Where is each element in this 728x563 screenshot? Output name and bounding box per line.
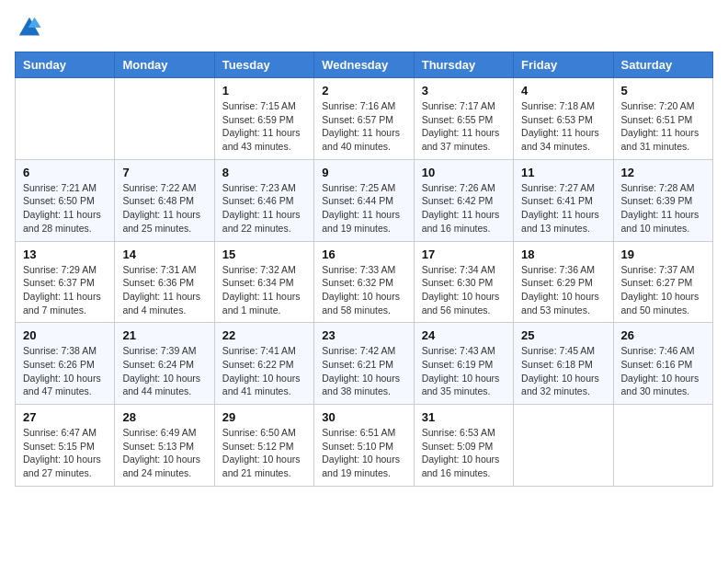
calendar-body: 1Sunrise: 7:15 AM Sunset: 6:59 PM Daylig… [16, 78, 713, 487]
day-info: Sunrise: 7:15 AM Sunset: 6:59 PM Dayligh… [222, 99, 306, 154]
page-header [15, 15, 713, 44]
calendar-cell: 15Sunrise: 7:32 AM Sunset: 6:34 PM Dayli… [214, 241, 313, 323]
calendar-cell: 3Sunrise: 7:17 AM Sunset: 6:55 PM Daylig… [414, 78, 513, 160]
calendar-week-4: 20Sunrise: 7:38 AM Sunset: 6:26 PM Dayli… [16, 323, 713, 405]
calendar-cell: 9Sunrise: 7:25 AM Sunset: 6:44 PM Daylig… [314, 159, 414, 241]
calendar-cell: 1Sunrise: 7:15 AM Sunset: 6:59 PM Daylig… [214, 78, 313, 160]
day-number: 10 [422, 166, 506, 179]
day-number: 28 [122, 410, 206, 424]
day-number: 19 [621, 247, 705, 261]
day-info: Sunrise: 7:18 AM Sunset: 6:53 PM Dayligh… [521, 99, 605, 154]
day-number: 24 [422, 328, 506, 342]
day-number: 13 [23, 247, 107, 261]
day-number: 9 [322, 166, 405, 179]
calendar-cell: 24Sunrise: 7:43 AM Sunset: 6:19 PM Dayli… [414, 323, 513, 405]
column-header-wednesday: Wednesday [314, 52, 414, 78]
day-info: Sunrise: 7:22 AM Sunset: 6:48 PM Dayligh… [122, 181, 206, 236]
calendar-cell: 25Sunrise: 7:45 AM Sunset: 6:18 PM Dayli… [514, 323, 613, 405]
calendar-week-5: 27Sunrise: 6:47 AM Sunset: 5:15 PM Dayli… [16, 405, 713, 487]
calendar-header-row: SundayMondayTuesdayWednesdayThursdayFrid… [16, 52, 713, 78]
day-number: 25 [521, 328, 605, 342]
calendar-cell: 16Sunrise: 7:33 AM Sunset: 6:32 PM Dayli… [314, 241, 414, 323]
day-number: 5 [621, 84, 705, 98]
calendar-cell: 23Sunrise: 7:42 AM Sunset: 6:21 PM Dayli… [314, 323, 414, 405]
calendar-cell: 30Sunrise: 6:51 AM Sunset: 5:10 PM Dayli… [314, 405, 414, 487]
day-number: 17 [422, 247, 506, 261]
day-number: 3 [422, 84, 506, 98]
column-header-monday: Monday [115, 52, 214, 78]
day-info: Sunrise: 7:43 AM Sunset: 6:19 PM Dayligh… [422, 344, 506, 398]
day-number: 8 [222, 166, 306, 179]
day-info: Sunrise: 7:25 AM Sunset: 6:44 PM Dayligh… [322, 181, 405, 236]
day-number: 12 [621, 166, 705, 179]
day-info: Sunrise: 7:38 AM Sunset: 6:26 PM Dayligh… [23, 344, 107, 398]
calendar-cell: 21Sunrise: 7:39 AM Sunset: 6:24 PM Dayli… [115, 323, 214, 405]
calendar-cell: 5Sunrise: 7:20 AM Sunset: 6:51 PM Daylig… [613, 78, 712, 160]
calendar-cell: 10Sunrise: 7:26 AM Sunset: 6:42 PM Dayli… [414, 159, 513, 241]
day-number: 22 [222, 328, 306, 342]
day-number: 21 [122, 328, 206, 342]
day-number: 27 [23, 410, 107, 424]
calendar-cell: 14Sunrise: 7:31 AM Sunset: 6:36 PM Dayli… [115, 241, 214, 323]
day-info: Sunrise: 7:37 AM Sunset: 6:27 PM Dayligh… [621, 263, 705, 317]
day-number: 30 [322, 410, 405, 424]
calendar-cell [613, 405, 712, 487]
day-number: 20 [23, 328, 107, 342]
calendar-cell: 26Sunrise: 7:46 AM Sunset: 6:16 PM Dayli… [613, 323, 712, 405]
logo [15, 15, 42, 44]
day-info: Sunrise: 6:53 AM Sunset: 5:09 PM Dayligh… [422, 426, 506, 480]
column-header-thursday: Thursday [414, 52, 513, 78]
calendar-cell: 11Sunrise: 7:27 AM Sunset: 6:41 PM Dayli… [514, 159, 613, 241]
day-info: Sunrise: 7:20 AM Sunset: 6:51 PM Dayligh… [621, 99, 705, 154]
calendar-cell [514, 405, 613, 487]
day-number: 7 [122, 166, 206, 179]
calendar-week-3: 13Sunrise: 7:29 AM Sunset: 6:37 PM Dayli… [16, 241, 713, 323]
day-info: Sunrise: 7:46 AM Sunset: 6:16 PM Dayligh… [621, 344, 705, 398]
day-number: 16 [322, 247, 405, 261]
calendar-cell: 17Sunrise: 7:34 AM Sunset: 6:30 PM Dayli… [414, 241, 513, 323]
day-info: Sunrise: 7:23 AM Sunset: 6:46 PM Dayligh… [222, 181, 306, 236]
column-header-friday: Friday [514, 52, 613, 78]
day-number: 29 [222, 410, 306, 424]
column-header-sunday: Sunday [16, 52, 115, 78]
day-info: Sunrise: 7:41 AM Sunset: 6:22 PM Dayligh… [222, 344, 306, 398]
day-info: Sunrise: 7:16 AM Sunset: 6:57 PM Dayligh… [322, 99, 405, 154]
day-info: Sunrise: 7:29 AM Sunset: 6:37 PM Dayligh… [23, 263, 107, 317]
calendar-cell: 31Sunrise: 6:53 AM Sunset: 5:09 PM Dayli… [414, 405, 513, 487]
day-info: Sunrise: 7:27 AM Sunset: 6:41 PM Dayligh… [521, 181, 605, 236]
calendar-table: SundayMondayTuesdayWednesdayThursdayFrid… [15, 52, 713, 487]
calendar-week-2: 6Sunrise: 7:21 AM Sunset: 6:50 PM Daylig… [16, 159, 713, 241]
day-number: 11 [521, 166, 605, 179]
day-number: 26 [621, 328, 705, 342]
calendar-cell [115, 78, 214, 160]
day-info: Sunrise: 7:26 AM Sunset: 6:42 PM Dayligh… [422, 181, 506, 236]
column-header-tuesday: Tuesday [214, 52, 313, 78]
day-info: Sunrise: 6:49 AM Sunset: 5:13 PM Dayligh… [122, 426, 206, 480]
calendar-cell: 19Sunrise: 7:37 AM Sunset: 6:27 PM Dayli… [613, 241, 712, 323]
day-info: Sunrise: 7:21 AM Sunset: 6:50 PM Dayligh… [23, 181, 107, 236]
day-info: Sunrise: 7:42 AM Sunset: 6:21 PM Dayligh… [322, 344, 405, 398]
calendar-cell: 27Sunrise: 6:47 AM Sunset: 5:15 PM Dayli… [16, 405, 115, 487]
calendar-cell: 28Sunrise: 6:49 AM Sunset: 5:13 PM Dayli… [115, 405, 214, 487]
calendar-cell: 4Sunrise: 7:18 AM Sunset: 6:53 PM Daylig… [514, 78, 613, 160]
calendar-cell: 20Sunrise: 7:38 AM Sunset: 6:26 PM Dayli… [16, 323, 115, 405]
calendar-cell: 6Sunrise: 7:21 AM Sunset: 6:50 PM Daylig… [16, 159, 115, 241]
day-info: Sunrise: 7:45 AM Sunset: 6:18 PM Dayligh… [521, 344, 605, 398]
calendar-cell: 22Sunrise: 7:41 AM Sunset: 6:22 PM Dayli… [214, 323, 313, 405]
logo-icon [17, 15, 42, 40]
calendar-cell: 29Sunrise: 6:50 AM Sunset: 5:12 PM Dayli… [214, 405, 313, 487]
day-number: 15 [222, 247, 306, 261]
column-header-saturday: Saturday [613, 52, 712, 78]
calendar-cell: 7Sunrise: 7:22 AM Sunset: 6:48 PM Daylig… [115, 159, 214, 241]
calendar-cell: 12Sunrise: 7:28 AM Sunset: 6:39 PM Dayli… [613, 159, 712, 241]
day-info: Sunrise: 7:36 AM Sunset: 6:29 PM Dayligh… [521, 263, 605, 317]
day-info: Sunrise: 7:31 AM Sunset: 6:36 PM Dayligh… [122, 263, 206, 317]
day-number: 1 [222, 84, 306, 98]
day-number: 4 [521, 84, 605, 98]
day-number: 23 [322, 328, 405, 342]
calendar-cell: 2Sunrise: 7:16 AM Sunset: 6:57 PM Daylig… [314, 78, 414, 160]
day-info: Sunrise: 6:47 AM Sunset: 5:15 PM Dayligh… [23, 426, 107, 480]
calendar-cell: 13Sunrise: 7:29 AM Sunset: 6:37 PM Dayli… [16, 241, 115, 323]
day-number: 18 [521, 247, 605, 261]
calendar-cell [16, 78, 115, 160]
